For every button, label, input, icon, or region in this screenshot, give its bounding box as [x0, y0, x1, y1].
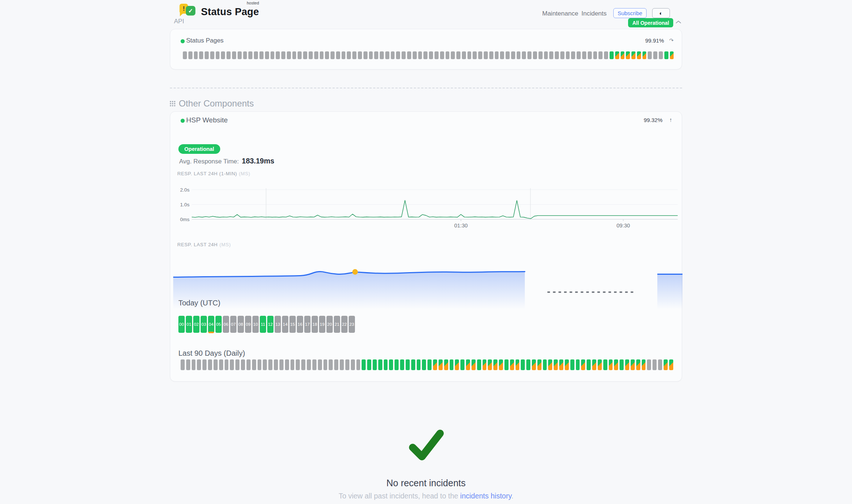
uptime-bar[interactable] — [225, 359, 229, 370]
uptime-bar[interactable] — [664, 359, 668, 370]
uptime-bar[interactable] — [186, 359, 190, 370]
hour-block-19[interactable]: 19 — [319, 316, 325, 333]
uptime-bar[interactable] — [363, 51, 368, 59]
uptime-bar[interactable] — [670, 51, 674, 59]
uptime-bar[interactable] — [604, 51, 608, 59]
hour-block-16[interactable]: 16 — [297, 316, 303, 333]
uptime-bar[interactable] — [593, 51, 597, 59]
chart-marker-dot[interactable] — [352, 269, 358, 275]
uptime-bar[interactable] — [626, 51, 630, 59]
uptime-bar[interactable] — [400, 359, 404, 370]
hour-block-00[interactable]: 00 — [178, 316, 185, 333]
uptime-bar[interactable] — [254, 51, 258, 59]
hour-block-14[interactable]: 14 — [282, 316, 288, 333]
uptime-bar[interactable] — [511, 51, 515, 59]
uptime-bar[interactable] — [279, 359, 284, 370]
uptime-bar[interactable] — [227, 51, 231, 59]
uptime-bar[interactable] — [241, 359, 245, 370]
uptime-bar[interactable] — [232, 51, 236, 59]
uptime-bar[interactable] — [658, 359, 662, 370]
uptime-bar[interactable] — [418, 51, 422, 59]
uptime-bar[interactable] — [314, 51, 318, 59]
uptime-bar[interactable] — [378, 359, 382, 370]
uptime-bar[interactable] — [614, 359, 618, 370]
uptime-bar[interactable] — [510, 359, 514, 370]
uptime-bar[interactable] — [342, 51, 346, 59]
uptime-bar[interactable] — [320, 51, 324, 59]
uptime-bar[interactable] — [451, 51, 455, 59]
uptime-bar[interactable] — [246, 359, 251, 370]
uptime-bar[interactable] — [544, 51, 548, 59]
uptime-bar[interactable] — [506, 51, 510, 59]
nav-incidents[interactable]: Incidents — [581, 10, 607, 17]
uptime-bar[interactable] — [516, 359, 520, 370]
uptime-bar[interactable] — [298, 51, 302, 59]
uptime-bar[interactable] — [495, 51, 499, 59]
response-area-chart[interactable] — [173, 256, 682, 309]
uptime-bar[interactable] — [588, 51, 592, 59]
uptime-bar[interactable] — [653, 359, 657, 370]
uptime-bar[interactable] — [422, 359, 426, 370]
uptime-bar[interactable] — [309, 51, 313, 59]
hour-block-21[interactable]: 21 — [334, 316, 340, 333]
uptime-bar[interactable] — [367, 359, 371, 370]
uptime-bar[interactable] — [423, 51, 427, 59]
uptime-bar[interactable] — [243, 51, 247, 59]
uptime-bar[interactable] — [577, 51, 581, 59]
uptime-bar[interactable] — [631, 51, 635, 59]
uptime-bar[interactable] — [565, 359, 569, 370]
uptime-bar[interactable] — [478, 51, 482, 59]
uptime-bar[interactable] — [592, 359, 596, 370]
uptime-bar[interactable] — [323, 359, 328, 370]
uptime-bar[interactable] — [532, 359, 536, 370]
theme-toggle-button[interactable]: ◐ — [652, 8, 670, 18]
uptime-bar[interactable] — [467, 51, 472, 59]
uptime-bar[interactable] — [369, 51, 373, 59]
uptime-bar[interactable] — [548, 359, 552, 370]
brand-logo[interactable]: ! ✓ hosted Status Page — [180, 3, 259, 18]
hour-block-09[interactable]: 09 — [245, 316, 251, 333]
hour-block-18[interactable]: 18 — [312, 316, 318, 333]
uptime-bar[interactable] — [413, 51, 417, 59]
uptime-bar[interactable] — [402, 51, 406, 59]
area-chart-svg[interactable] — [173, 256, 682, 309]
uptime-bar[interactable] — [411, 359, 415, 370]
uptime-bar[interactable] — [205, 51, 209, 59]
hour-block-03[interactable]: 03 — [201, 316, 207, 333]
uptime-bar[interactable] — [444, 359, 448, 370]
uptime-bar[interactable] — [202, 359, 207, 370]
uptime-bar[interactable] — [484, 51, 488, 59]
uptime-bar[interactable] — [489, 51, 493, 59]
uptime-bar[interactable] — [609, 359, 613, 370]
uptime-bar[interactable] — [625, 359, 629, 370]
hour-block-10[interactable]: 10 — [252, 316, 259, 333]
uptime-bar[interactable] — [429, 51, 433, 59]
uptime-bar[interactable] — [362, 359, 366, 370]
uptime-bar[interactable] — [331, 51, 335, 59]
subscribe-button[interactable]: Subscribe — [613, 8, 647, 18]
uptime-bar[interactable] — [435, 51, 439, 59]
uptime-bar[interactable] — [472, 359, 476, 370]
uptime-bar[interactable] — [439, 359, 443, 370]
hour-block-15[interactable]: 15 — [289, 316, 296, 333]
uptime-bar[interactable] — [582, 51, 586, 59]
uptime-bar[interactable] — [517, 51, 521, 59]
uptime-bar[interactable] — [291, 359, 295, 370]
uptime-bar[interactable] — [647, 359, 651, 370]
uptime-bar[interactable] — [396, 51, 400, 59]
uptime-bar[interactable] — [374, 51, 378, 59]
hour-block-07[interactable]: 07 — [230, 316, 237, 333]
uptime-bar[interactable] — [521, 359, 525, 370]
uptime-bar[interactable] — [427, 359, 432, 370]
uptime-bar[interactable] — [543, 359, 547, 370]
uptime-bar[interactable] — [281, 51, 285, 59]
uptime-bar[interactable] — [570, 359, 574, 370]
hour-block-12[interactable]: 12 — [267, 316, 274, 333]
uptime-bar[interactable] — [455, 359, 459, 370]
uptime-bar[interactable] — [347, 51, 351, 59]
uptime-bar[interactable] — [571, 51, 575, 59]
uptime-bar[interactable] — [549, 51, 553, 59]
uptime-bar[interactable] — [358, 51, 362, 59]
uptime-bar[interactable] — [248, 51, 252, 59]
uptime-bar[interactable] — [576, 359, 580, 370]
